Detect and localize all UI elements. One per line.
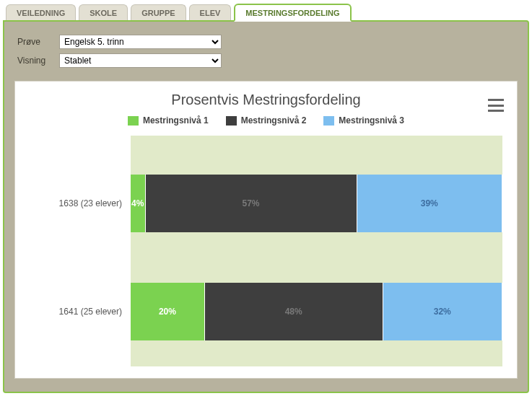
prove-select[interactable]: Engelsk 5. trinn: [59, 35, 222, 49]
legend-label-3: Mestringsnivå 3: [339, 115, 404, 126]
bar-track: 4% 57% 39%: [131, 175, 502, 232]
tab-bar: VEILEDNING SKOLE GRUPPE ELEV MESTRINGSFO…: [0, 0, 532, 20]
bar-segment-n2[interactable]: 57%: [146, 175, 357, 232]
swatch-icon: [323, 116, 334, 126]
legend: Mestringsnivå 1 Mestringsnivå 2 Mestring…: [22, 115, 510, 126]
visning-label: Visning: [17, 56, 59, 66]
legend-label-1: Mestringsnivå 1: [143, 115, 209, 126]
tab-veiledning[interactable]: VEILEDNING: [6, 4, 76, 20]
bar-segment-n3[interactable]: 39%: [357, 175, 502, 232]
legend-item-2[interactable]: Mestringsnivå 2: [226, 115, 307, 126]
chart-card: Prosentvis Mestringsfordeling Mestringsn…: [14, 81, 518, 379]
tab-skole[interactable]: SKOLE: [79, 4, 128, 20]
swatch-icon: [128, 116, 139, 126]
tab-mestringsfordeling[interactable]: MESTRINGSFORDELING: [234, 4, 351, 22]
legend-item-1[interactable]: Mestringsnivå 1: [128, 115, 209, 126]
bar-segment-n1[interactable]: 4%: [131, 175, 146, 232]
bar-track: 20% 48% 32%: [131, 283, 502, 340]
bar-row-1638: 1638 (23 elever) 4% 57% 39%: [22, 175, 502, 232]
chart-title: Prosentvis Mestringsfordeling: [22, 92, 510, 108]
bar-label: 1638 (23 elever): [22, 198, 131, 208]
visning-select[interactable]: Stablet: [59, 53, 222, 68]
bar-row-1641: 1641 (25 elever) 20% 48% 32%: [22, 283, 502, 340]
bar-segment-n2[interactable]: 48%: [205, 283, 383, 340]
bar-segment-n1[interactable]: 20%: [131, 283, 205, 340]
legend-label-2: Mestringsnivå 2: [241, 115, 307, 126]
prove-label: Prøve: [17, 37, 59, 47]
legend-item-3[interactable]: Mestringsnivå 3: [323, 115, 404, 126]
bar-label: 1641 (25 elever): [22, 307, 131, 317]
plot-area: 1638 (23 elever) 4% 57% 39% 1641 (25 ele…: [131, 136, 502, 366]
swatch-icon: [226, 116, 237, 126]
chart-menu-icon[interactable]: [488, 99, 504, 112]
bar-segment-n3[interactable]: 32%: [383, 283, 502, 340]
main-panel: Prøve Engelsk 5. trinn Visning Stablet P…: [3, 20, 529, 393]
controls: Prøve Engelsk 5. trinn Visning Stablet: [4, 22, 528, 81]
tab-elev[interactable]: ELEV: [189, 4, 232, 20]
tab-gruppe[interactable]: GRUPPE: [131, 4, 186, 20]
